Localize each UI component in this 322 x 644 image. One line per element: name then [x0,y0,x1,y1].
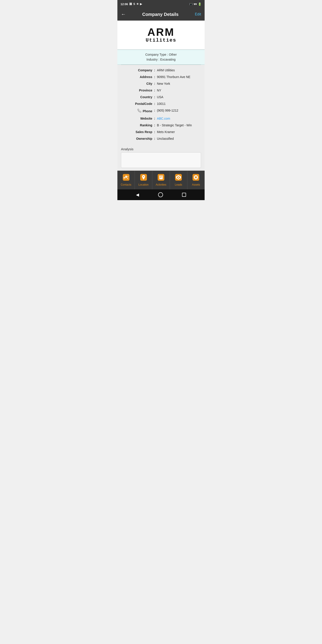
label-salesresp: Sales Resp [136,130,152,134]
value-salesresp: Mets Kramer [157,130,201,134]
contacts-icon [123,174,130,182]
phone-icon [137,109,141,114]
svg-point-4 [143,176,144,177]
label-wrap-ownership: Ownership [121,137,152,140]
vibrate-icon: 📳 [190,3,192,6]
play-icon: ▶ [140,2,142,6]
home-system-button[interactable] [158,192,163,197]
label-wrap-company: Company [121,68,152,72]
label-ownership: Ownership [136,137,152,140]
company-logo-container: ARM Utilities [118,20,204,50]
info-banner: Company Type : Other Industry : Excavati… [118,50,204,64]
svg-rect-6 [160,175,163,179]
wifi-icon: ▾▾ [194,2,197,6]
colon-ownership: : [152,137,157,140]
field-address: Address : 90991 Thorburn Ave NE [121,75,201,79]
status-time-area: 12:06 🖼 S ✳ ▶ [120,2,142,6]
field-website: Website : ABC.com [121,117,201,120]
field-country: Country : USA [121,95,201,99]
analysis-section: Analysis [118,145,204,170]
svg-rect-10 [160,175,162,176]
field-ranking: Ranking : B - Strategic Target - Win [121,124,201,127]
colon-salesresp: : [152,130,157,134]
industry-label: Industry : Excavating [121,57,201,62]
status-time: 12:06 [120,2,128,6]
assets-icon [192,174,199,182]
photo-icon: 🖼 [129,2,132,6]
label-wrap-phone: Phone [121,109,152,114]
nav-item-contacts[interactable]: Contacts [118,171,135,190]
value-ownership: Unclassified [157,137,201,140]
field-phone: Phone : (905) 999-1212 [121,109,201,114]
value-address: 90991 Thorburn Ave NE [157,75,201,79]
analysis-label: Analysis [121,147,201,151]
nav-item-activities[interactable]: Activities [152,171,170,190]
colon-province: : [152,88,157,92]
field-ownership: Ownership : Unclassified [121,137,201,140]
colon-company: : [152,68,157,72]
nav-label-location: Location [138,183,148,186]
label-company: Company [138,68,152,72]
nav-label-assets: Assets [192,183,200,186]
field-province: Province : NY [121,88,201,92]
edit-button[interactable]: Edit [195,12,201,16]
leads-icon [175,174,182,182]
label-country: Country [140,95,152,99]
colon-country: : [152,95,157,99]
nav-item-location[interactable]: Location [135,171,152,190]
back-system-button[interactable]: ◀ [136,192,139,197]
value-postalcode: 10011 [157,102,201,106]
colon-phone: : [152,109,157,112]
main-content: ARM Utilities Company Type : Other Indus… [118,20,204,170]
nav-label-activities: Activities [156,183,166,186]
field-city: City : New York [121,82,201,86]
details-section: Company : ARM Utilities Address : 90991 … [118,65,204,145]
back-button[interactable]: ← [121,12,126,17]
bottom-nav: Contacts Location Activities [118,170,204,190]
skype-icon: S [133,2,135,6]
colon-city: : [152,82,157,86]
label-address: Address [140,75,152,79]
field-salesresp: Sales Resp : Mets Kramer [121,130,201,134]
label-city: City [146,82,152,86]
label-postalcode: PostalCode [135,102,152,106]
header: ← Company Details Edit [118,8,204,20]
status-system-icons: 📳 ▾▾ 🔋 [190,2,202,6]
field-postalcode: PostalCode : 10011 [121,102,201,106]
status-bar: 12:06 🖼 S ✳ ▶ 📳 ▾▾ 🔋 [118,0,204,8]
svg-point-1 [125,176,127,177]
company-type-label: Company Type : Other [121,52,201,57]
system-bar: ◀ [118,190,204,200]
colon-ranking: : [152,124,157,127]
value-city: New York [157,82,201,86]
recents-system-button[interactable] [182,193,186,197]
label-wrap-country: Country [121,95,152,99]
activities-icon [158,174,164,182]
page-title: Company Details [142,12,178,17]
analysis-input-box[interactable] [121,152,201,168]
pinwheel-icon: ✳ [136,2,139,6]
nav-item-assets[interactable]: Assets [188,171,204,190]
logo-line1: ARM [146,27,176,38]
battery-icon: 🔋 [198,2,202,6]
label-wrap-ranking: Ranking [121,124,152,127]
value-country: USA [157,95,201,99]
nav-item-leads[interactable]: Leads [170,171,188,190]
value-company: ARM Utilities [157,68,201,72]
value-website[interactable]: ABC.com [157,117,201,120]
colon-address: : [152,75,157,79]
company-logo: ARM Utilities [146,27,176,43]
label-wrap-address: Address [121,75,152,79]
value-ranking: B - Strategic Target - Win [157,124,201,127]
colon-postalcode: : [152,102,157,106]
field-company: Company : ARM Utilities [121,68,201,72]
value-phone[interactable]: (905) 999-1212 [157,109,201,112]
label-ranking: Ranking [140,124,152,127]
label-wrap-salesresp: Sales Resp [121,130,152,134]
svg-point-14 [178,177,179,178]
label-wrap-province: Province [121,88,152,92]
label-wrap-website: Website [121,117,152,120]
colon-website: : [152,117,157,120]
label-wrap-postalcode: PostalCode [121,102,152,106]
nav-label-leads: Leads [175,183,182,186]
